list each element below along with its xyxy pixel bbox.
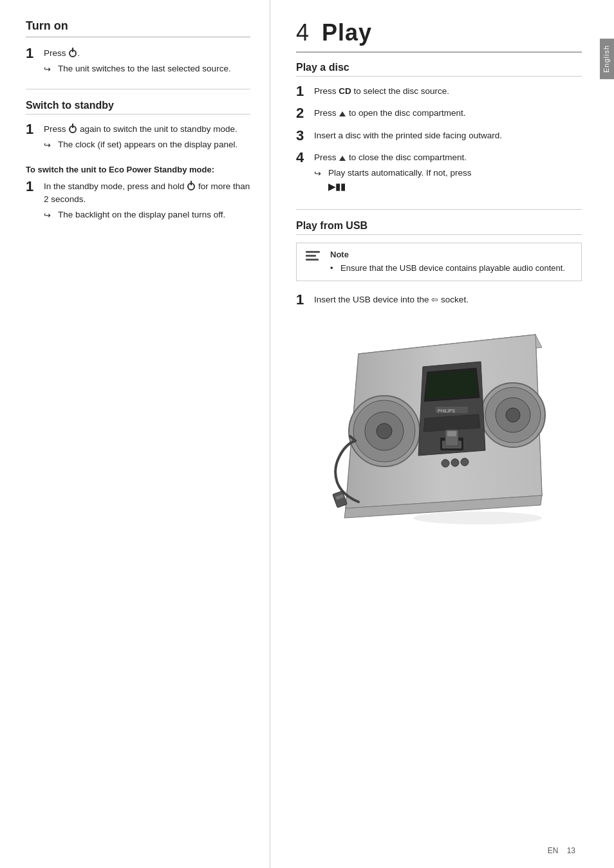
chapter-title: 4 Play	[296, 19, 582, 53]
right-column: 4 Play Play a disc 1 Press CD to select …	[270, 0, 614, 868]
play-pause-symbol: ▶▮▮	[328, 181, 346, 192]
usb-icon: ⇦	[431, 295, 438, 304]
step-content: In the standby mode, press and hold for …	[44, 178, 250, 222]
step-content: Press to close the disc compartment. ↪ P…	[314, 149, 582, 194]
svg-point-19	[442, 459, 449, 467]
eco-power-heading: To switch the unit to Eco Power Standby …	[26, 165, 250, 174]
step-content: Press . ↪ The unit switches to the last …	[44, 45, 250, 76]
chapter-number: 4	[296, 19, 310, 46]
svg-point-9	[506, 408, 520, 422]
divider	[296, 209, 582, 210]
svg-text:PHILIPS: PHILIPS	[438, 409, 455, 413]
sub-text: The unit switches to the last selected s…	[58, 62, 231, 75]
device-svg: PHILIPS	[323, 315, 555, 528]
arrow-symbol: ↪	[44, 209, 55, 222]
sub-text: Play starts automatically. If not, press…	[328, 167, 472, 194]
note-label: Note	[330, 250, 565, 259]
step-number: 3	[296, 127, 314, 144]
bullet-dot: •	[330, 262, 340, 275]
svg-point-4	[377, 423, 392, 439]
svg-rect-16	[447, 431, 456, 436]
play-usb-section: Play from USB Note • Ensure that the USB…	[296, 220, 582, 528]
device-image: PHILIPS	[323, 315, 555, 528]
language-tab: English	[600, 39, 614, 79]
play-usb-title: Play from USB	[296, 220, 582, 235]
footer: EN 13	[548, 846, 575, 855]
note-lines-icon	[306, 251, 324, 261]
cd-key: CD	[339, 86, 351, 96]
step-content: Insert a disc with the printed side faci…	[314, 127, 582, 142]
arrow-symbol: ↪	[44, 139, 55, 152]
step-number: 1	[26, 45, 44, 62]
footer-lang: EN	[548, 846, 559, 855]
svg-point-20	[451, 459, 459, 466]
note-icon	[306, 251, 324, 261]
note-bullet-text: Ensure that the USB device contains play…	[340, 262, 565, 275]
note-line	[306, 251, 320, 253]
sub-text: The backlight on the display panel turns…	[58, 208, 225, 221]
switch-standby-section: Switch to standby 1 Press again to switc…	[26, 100, 250, 152]
chapter-title-text: Play	[322, 19, 372, 46]
play-disc-step2: 2 Press to open the disc compartment.	[296, 105, 582, 122]
play-disc-step3: 3 Insert a disc with the printed side fa…	[296, 127, 582, 144]
play-disc-step4: 4 Press to close the disc compartment. ↪…	[296, 149, 582, 194]
divider	[26, 89, 250, 89]
switch-standby-title: Switch to standby	[26, 100, 250, 115]
note-line	[306, 255, 316, 257]
note-text-block: Note • Ensure that the USB device contai…	[330, 250, 565, 275]
step-number: 4	[296, 149, 314, 166]
step-content: Press to open the disc compartment.	[314, 105, 582, 120]
step-content: Press again to switch the unit to standb…	[44, 121, 250, 152]
standby-step1: 1 Press again to switch the unit to stan…	[26, 121, 250, 152]
usb-step1: 1 Insert the USB device into the ⇦ socke…	[296, 291, 582, 308]
step-number: 1	[296, 83, 314, 100]
power-icon	[69, 125, 77, 133]
play-disc-section: Play a disc 1 Press CD to select the dis…	[296, 62, 582, 194]
arrow-symbol: ↪	[44, 63, 55, 76]
step-number: 1	[296, 291, 314, 308]
step-content: Press CD to select the disc source.	[314, 83, 582, 98]
note-line	[306, 259, 319, 261]
turn-on-section: Turn on 1 Press . ↪ The unit switches to…	[26, 19, 250, 76]
step-number: 1	[26, 121, 44, 138]
left-column: Turn on 1 Press . ↪ The unit switches to…	[0, 0, 270, 868]
arrow-symbol: ↪	[314, 167, 326, 180]
step-number: 2	[296, 105, 314, 122]
svg-point-0	[413, 512, 542, 524]
eco-power-section: To switch the unit to Eco Power Standby …	[26, 165, 250, 222]
note-bullet: • Ensure that the USB device contains pl…	[330, 262, 565, 275]
footer-page: 13	[567, 846, 575, 855]
turn-on-step1: 1 Press . ↪ The unit switches to the las…	[26, 45, 250, 76]
step-content: Insert the USB device into the ⇦ socket.	[314, 291, 582, 306]
sub-text: The clock (if set) appears on the displa…	[58, 138, 237, 151]
note-box: Note • Ensure that the USB device contai…	[296, 243, 582, 282]
triangle-up-icon	[339, 111, 346, 116]
turn-on-title: Turn on	[26, 19, 250, 37]
play-disc-step1: 1 Press CD to select the disc source.	[296, 83, 582, 100]
play-disc-title: Play a disc	[296, 62, 582, 77]
eco-step1: 1 In the standby mode, press and hold fo…	[26, 178, 250, 222]
power-icon	[187, 183, 195, 190]
step-number: 1	[26, 178, 44, 195]
svg-point-21	[461, 458, 469, 466]
power-icon	[69, 50, 77, 57]
triangle-up-icon	[339, 156, 346, 161]
